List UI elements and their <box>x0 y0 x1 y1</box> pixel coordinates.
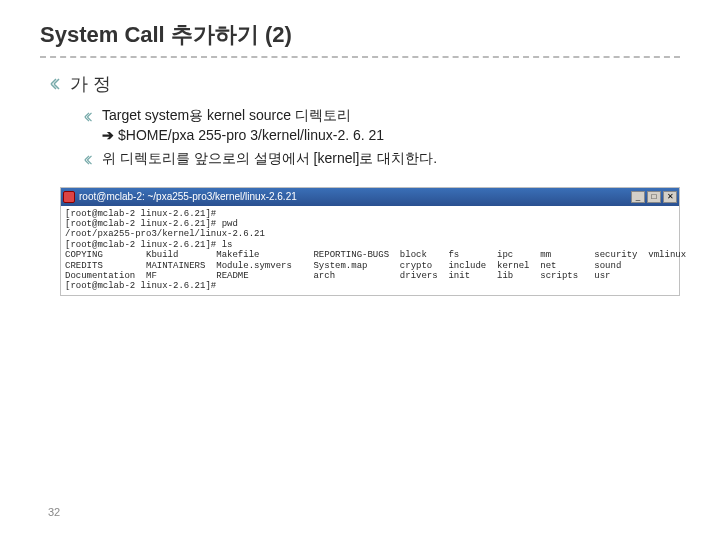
close-button[interactable]: ✕ <box>663 191 677 203</box>
terminal-body: [root@mclab-2 linux-2.6.21]#[root@mclab-… <box>61 206 679 295</box>
bullet-text: Target system용 kernel source 디렉토리 ➔$HOME… <box>102 106 384 145</box>
level1-text: 가 정 <box>70 72 111 96</box>
terminal-line: [root@mclab-2 linux-2.6.21]# <box>65 281 675 291</box>
window-buttons: _ □ ✕ <box>631 191 677 203</box>
content-area: 가 정 Target system용 kernel source 디렉토리 ➔$… <box>40 72 680 296</box>
bullet-icon <box>50 76 62 94</box>
bullet-icon <box>84 109 94 125</box>
maximize-button[interactable]: □ <box>647 191 661 203</box>
terminal-line: CREDITS MAINTAINERS Module.symvers Syste… <box>65 261 675 271</box>
bullet-text: 위 디렉토리를 앞으로의 설명에서 [kernel]로 대치한다. <box>102 149 437 169</box>
terminal-titlebar: root@mclab-2: ~/pxa255-pro3/kernel/linux… <box>61 188 679 206</box>
bullet-level2: Target system용 kernel source 디렉토리 ➔$HOME… <box>84 106 680 145</box>
minimize-button[interactable]: _ <box>631 191 645 203</box>
terminal-line: Documentation MF README arch drivers ini… <box>65 271 675 281</box>
title-area: System Call 추가하기 (2) <box>40 20 680 58</box>
bullet-level1: 가 정 <box>50 72 680 96</box>
arrow-icon: ➔ <box>102 127 114 143</box>
page-number: 32 <box>48 506 60 518</box>
terminal-line: /root/pxa255-pro3/kernel/linux-2.6.21 <box>65 229 675 239</box>
bullet-line: $HOME/pxa 255-pro 3/kernel/linux-2. 6. 2… <box>118 127 384 143</box>
terminal-line: [root@mclab-2 linux-2.6.21]# <box>65 209 675 219</box>
terminal-title: root@mclab-2: ~/pxa255-pro3/kernel/linux… <box>79 191 631 202</box>
terminal-line: [root@mclab-2 linux-2.6.21]# pwd <box>65 219 675 229</box>
slide-title: System Call 추가하기 (2) <box>40 20 680 50</box>
terminal-line: COPYING Kbuild Makefile REPORTING-BUGS b… <box>65 250 675 260</box>
terminal-app-icon <box>63 191 75 203</box>
bullet-line: Target system용 kernel source 디렉토리 <box>102 107 351 123</box>
terminal-line: [root@mclab-2 linux-2.6.21]# ls <box>65 240 675 250</box>
bullet-icon <box>84 152 94 168</box>
bullet-level2: 위 디렉토리를 앞으로의 설명에서 [kernel]로 대치한다. <box>84 149 680 169</box>
terminal-window: root@mclab-2: ~/pxa255-pro3/kernel/linux… <box>60 187 680 296</box>
